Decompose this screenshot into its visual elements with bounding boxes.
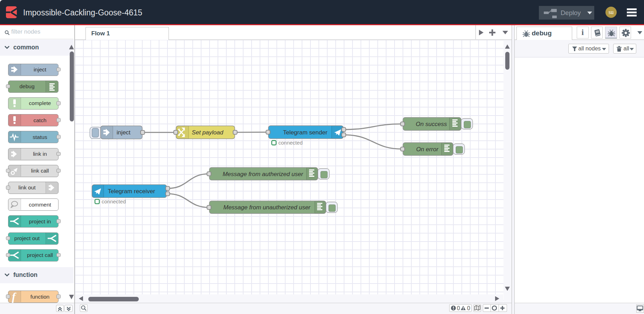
svg-text:inject: inject [117, 129, 131, 136]
svg-text:0: 0 [457, 305, 460, 311]
svg-text:connected: connected [279, 140, 303, 146]
svg-text:Message from autherized user: Message from autherized user [222, 171, 303, 177]
svg-text:On success: On success [416, 121, 447, 127]
svg-text:On error: On error [416, 146, 439, 153]
svg-text:f: f [12, 291, 16, 303]
svg-text:connected: connected [102, 198, 126, 204]
svg-text:Telegram sender: Telegram sender [283, 129, 328, 136]
svg-text:Set payload: Set payload [192, 129, 223, 136]
svg-text:Telegram receiver: Telegram receiver [108, 188, 155, 195]
svg-text:0: 0 [467, 305, 470, 311]
svg-text:Message from unautherized user: Message from unautherized user [223, 204, 311, 211]
